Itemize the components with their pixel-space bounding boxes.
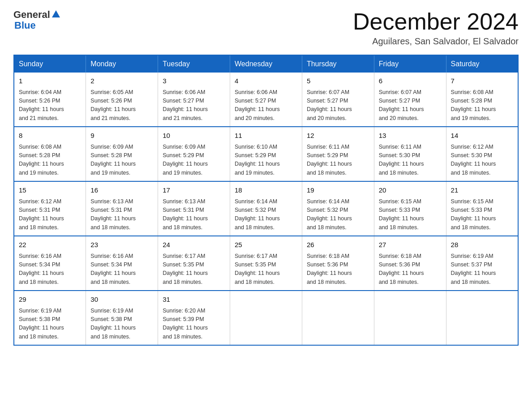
day-info: Sunrise: 6:07 AMSunset: 5:27 PMDaylight:… [307,88,369,123]
day-number: 31 [163,295,225,305]
calendar-cell [230,291,302,345]
day-info: Sunrise: 6:14 AMSunset: 5:32 PMDaylight:… [235,197,297,232]
day-info: Sunrise: 6:19 AMSunset: 5:38 PMDaylight:… [90,307,153,342]
day-number: 19 [307,185,369,196]
day-info: Sunrise: 6:06 AMSunset: 5:27 PMDaylight:… [163,88,225,123]
calendar-cell: 29Sunrise: 6:19 AMSunset: 5:38 PMDayligh… [14,291,86,345]
calendar-cell: 13Sunrise: 6:11 AMSunset: 5:30 PMDayligh… [374,127,446,181]
day-number: 16 [90,185,153,196]
day-info: Sunrise: 6:16 AMSunset: 5:34 PMDaylight:… [90,252,153,287]
calendar-cell: 11Sunrise: 6:10 AMSunset: 5:29 PMDayligh… [230,127,302,181]
day-info: Sunrise: 6:13 AMSunset: 5:31 PMDaylight:… [163,197,225,232]
day-number: 8 [19,131,81,141]
logo-general-text: General [13,9,50,21]
day-info: Sunrise: 6:10 AMSunset: 5:29 PMDaylight:… [235,143,297,178]
calendar-cell: 12Sunrise: 6:11 AMSunset: 5:29 PMDayligh… [302,127,374,181]
calendar-cell: 27Sunrise: 6:18 AMSunset: 5:36 PMDayligh… [374,236,446,291]
logo-arrow-icon [51,9,61,19]
calendar-cell: 16Sunrise: 6:13 AMSunset: 5:31 PMDayligh… [86,181,158,236]
day-info: Sunrise: 6:05 AMSunset: 5:26 PMDaylight:… [90,88,153,123]
day-number: 18 [235,185,297,196]
calendar-cell: 3Sunrise: 6:06 AMSunset: 5:27 PMDaylight… [158,73,230,127]
calendar-cell: 26Sunrise: 6:18 AMSunset: 5:36 PMDayligh… [302,236,374,291]
day-info: Sunrise: 6:17 AMSunset: 5:35 PMDaylight:… [235,252,297,287]
calendar-cell: 1Sunrise: 6:04 AMSunset: 5:26 PMDaylight… [14,73,86,127]
calendar-cell: 5Sunrise: 6:07 AMSunset: 5:27 PMDaylight… [302,73,374,127]
calendar-cell: 6Sunrise: 6:07 AMSunset: 5:27 PMDaylight… [374,73,446,127]
calendar-cell [302,291,374,345]
col-header-tuesday: Tuesday [158,55,230,73]
day-number: 2 [90,76,153,86]
title-section: December 2024 Aguilares, San Salvador, E… [353,9,519,47]
day-info: Sunrise: 6:19 AMSunset: 5:37 PMDaylight:… [451,252,513,287]
calendar-cell: 20Sunrise: 6:15 AMSunset: 5:33 PMDayligh… [374,181,446,236]
day-number: 4 [235,76,297,86]
day-info: Sunrise: 6:11 AMSunset: 5:29 PMDaylight:… [307,143,369,178]
day-number: 29 [19,295,81,305]
calendar-cell: 9Sunrise: 6:09 AMSunset: 5:28 PMDaylight… [86,127,158,181]
location-title: Aguilares, San Salvador, El Salvador [353,36,519,47]
day-number: 27 [379,240,442,250]
day-number: 25 [235,240,297,250]
day-info: Sunrise: 6:12 AMSunset: 5:31 PMDaylight:… [19,197,81,232]
day-info: Sunrise: 6:17 AMSunset: 5:35 PMDaylight:… [163,252,225,287]
day-number: 28 [451,240,513,250]
day-number: 1 [19,76,81,86]
day-number: 26 [307,240,369,250]
calendar-cell [374,291,446,345]
day-number: 13 [379,131,442,141]
calendar-week-3: 15Sunrise: 6:12 AMSunset: 5:31 PMDayligh… [14,181,518,236]
day-number: 14 [451,131,513,141]
col-header-saturday: Saturday [446,55,518,73]
day-number: 22 [19,240,81,250]
day-number: 21 [451,185,513,196]
day-info: Sunrise: 6:09 AMSunset: 5:28 PMDaylight:… [90,143,153,178]
calendar-cell: 10Sunrise: 6:09 AMSunset: 5:29 PMDayligh… [158,127,230,181]
svg-marker-0 [52,10,60,17]
calendar-cell [446,291,518,345]
calendar-cell: 14Sunrise: 6:12 AMSunset: 5:30 PMDayligh… [446,127,518,181]
calendar-table: Sunday Monday Tuesday Wednesday Thursday… [13,55,519,346]
day-info: Sunrise: 6:20 AMSunset: 5:39 PMDaylight:… [163,307,225,342]
day-number: 9 [90,131,153,141]
calendar-cell: 8Sunrise: 6:08 AMSunset: 5:28 PMDaylight… [14,127,86,181]
col-header-monday: Monday [86,55,158,73]
day-info: Sunrise: 6:16 AMSunset: 5:34 PMDaylight:… [19,252,81,287]
day-number: 11 [235,131,297,141]
calendar-cell: 24Sunrise: 6:17 AMSunset: 5:35 PMDayligh… [158,236,230,291]
day-info: Sunrise: 6:12 AMSunset: 5:30 PMDaylight:… [451,143,513,178]
calendar-cell: 2Sunrise: 6:05 AMSunset: 5:26 PMDaylight… [86,73,158,127]
day-info: Sunrise: 6:06 AMSunset: 5:27 PMDaylight:… [235,88,297,123]
day-info: Sunrise: 6:08 AMSunset: 5:28 PMDaylight:… [451,88,513,123]
calendar-cell: 25Sunrise: 6:17 AMSunset: 5:35 PMDayligh… [230,236,302,291]
day-info: Sunrise: 6:18 AMSunset: 5:36 PMDaylight:… [379,252,442,287]
day-info: Sunrise: 6:15 AMSunset: 5:33 PMDaylight:… [379,197,442,232]
day-number: 20 [379,185,442,196]
calendar-cell: 4Sunrise: 6:06 AMSunset: 5:27 PMDaylight… [230,73,302,127]
col-header-sunday: Sunday [14,55,86,73]
col-header-friday: Friday [374,55,446,73]
day-number: 17 [163,185,225,196]
day-info: Sunrise: 6:18 AMSunset: 5:36 PMDaylight:… [307,252,369,287]
day-number: 15 [19,185,81,196]
day-info: Sunrise: 6:04 AMSunset: 5:26 PMDaylight:… [19,88,81,123]
col-header-thursday: Thursday [302,55,374,73]
calendar-cell: 15Sunrise: 6:12 AMSunset: 5:31 PMDayligh… [14,181,86,236]
calendar-week-4: 22Sunrise: 6:16 AMSunset: 5:34 PMDayligh… [14,236,518,291]
col-header-wednesday: Wednesday [230,55,302,73]
day-number: 24 [163,240,225,250]
logo-blue-text: Blue [14,20,36,31]
day-number: 6 [379,76,442,86]
day-number: 7 [451,76,513,86]
day-number: 5 [307,76,369,86]
day-number: 23 [90,240,153,250]
day-info: Sunrise: 6:19 AMSunset: 5:38 PMDaylight:… [19,307,81,342]
day-number: 12 [307,131,369,141]
calendar-header-row: Sunday Monday Tuesday Wednesday Thursday… [14,55,518,73]
day-info: Sunrise: 6:11 AMSunset: 5:30 PMDaylight:… [379,143,442,178]
calendar-week-2: 8Sunrise: 6:08 AMSunset: 5:28 PMDaylight… [14,127,518,181]
calendar-cell: 23Sunrise: 6:16 AMSunset: 5:34 PMDayligh… [86,236,158,291]
calendar-cell: 7Sunrise: 6:08 AMSunset: 5:28 PMDaylight… [446,73,518,127]
day-info: Sunrise: 6:07 AMSunset: 5:27 PMDaylight:… [379,88,442,123]
day-number: 30 [90,295,153,305]
